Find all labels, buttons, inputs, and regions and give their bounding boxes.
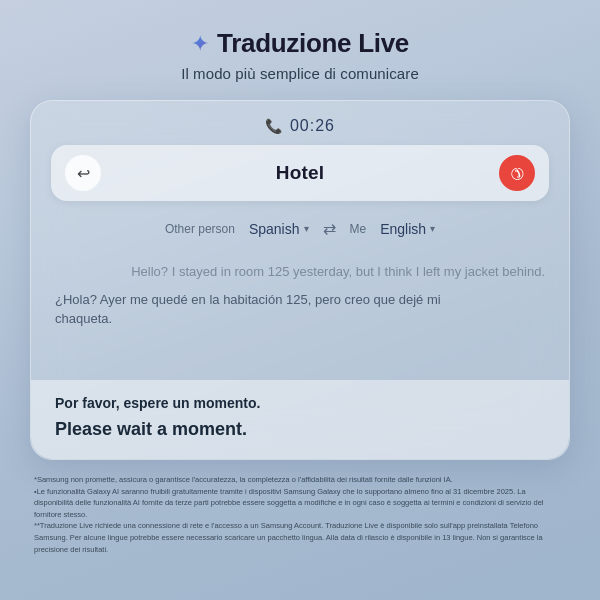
translated-message-bubble: ¿Hola? Ayer me quedé en la habitación 12… — [55, 290, 496, 329]
me-label: Me — [350, 222, 367, 236]
other-message-text: Hello? I stayed in room 125 yesterday, b… — [131, 264, 545, 279]
footer-line1: *Samsung non promette, assicura o garant… — [34, 475, 453, 484]
other-person-label: Other person — [165, 222, 235, 236]
footer-line3: **Traduzione Live richiede una connessio… — [34, 521, 543, 553]
timer-row: 📞 00:26 — [265, 117, 335, 135]
back-button[interactable]: ↩ — [65, 155, 101, 191]
live-translation-area: Por favor, espere un momento. Please wai… — [31, 380, 569, 459]
main-card: 📞 00:26 ↩ Hotel ✆ Other person Spanish ▾… — [30, 100, 570, 460]
footer: *Samsung non promette, assicura o garant… — [30, 474, 570, 555]
other-language-name: Spanish — [249, 221, 300, 237]
live-translation-primary: Por favor, espere un momento. — [55, 394, 545, 414]
title-row: ✦ Traduzione Live — [191, 28, 409, 59]
app-title: Traduzione Live — [217, 28, 409, 59]
end-call-button[interactable]: ✆ — [499, 155, 535, 191]
call-name: Hotel — [111, 162, 489, 184]
other-message-bubble: Hello? I stayed in room 125 yesterday, b… — [131, 262, 545, 282]
my-language-name: English — [380, 221, 426, 237]
call-header: 📞 00:26 ↩ Hotel ✆ — [31, 101, 569, 211]
app-header: ✦ Traduzione Live Il modo più semplice d… — [181, 0, 419, 82]
call-timer: 00:26 — [290, 117, 335, 135]
other-language-selector[interactable]: Spanish ▾ — [249, 221, 309, 237]
phone-icon: 📞 — [265, 118, 282, 134]
app-subtitle: Il modo più semplice di comunicare — [181, 65, 419, 82]
swap-languages-icon[interactable]: ⇄ — [323, 219, 336, 238]
chat-area: Hello? I stayed in room 125 yesterday, b… — [31, 250, 569, 380]
other-language-chevron-icon: ▾ — [304, 223, 309, 234]
language-row: Other person Spanish ▾ ⇄ Me English ▾ — [31, 211, 569, 250]
footer-line2: •Le funzionalità Galaxy AI saranno fruib… — [34, 487, 543, 519]
my-language-selector[interactable]: English ▾ — [380, 221, 435, 237]
end-call-icon: ✆ — [506, 162, 529, 185]
translated-message-text: ¿Hola? Ayer me quedé en la habitación 12… — [55, 292, 441, 327]
back-icon: ↩ — [77, 164, 90, 183]
footer-disclaimer: *Samsung non promette, assicura o garant… — [34, 474, 566, 555]
call-bar: ↩ Hotel ✆ — [51, 145, 549, 201]
sparkle-icon: ✦ — [191, 31, 209, 57]
my-language-chevron-icon: ▾ — [430, 223, 435, 234]
live-translation-secondary: Please wait a moment. — [55, 418, 545, 441]
